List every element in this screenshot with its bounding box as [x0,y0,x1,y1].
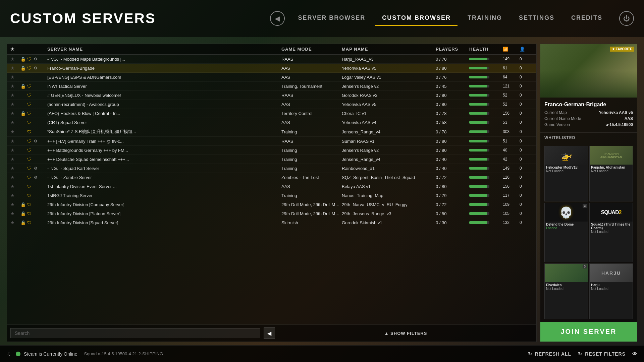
table-row[interactable]: ★ 🛡 1stRGJ Training Server Training Nano… [7,191,536,200]
row-server-name: -=vG.=- Modded Maps Battelgrounds |... [47,57,281,62]
row-map-name: 29th_Jensens_Range_v3 [342,211,436,216]
footer-actions: ↻ REFRESH ALL ↻ RESET FILTERS 👁 [528,351,637,357]
reset-filters-button[interactable]: ↻ RESET FILTERS [578,351,626,357]
table-row[interactable]: ★ 🔒 🛡 !NW! Tactical Server Training, Tou… [7,82,536,91]
steam-status: Steam is Currently Online [16,351,77,357]
row-fav-icon[interactable]: ★ [10,220,20,225]
eye-button[interactable]: 👁 [632,351,637,357]
table-row[interactable]: ★ 🛡 ⚙ -=vG.=- Zombie Server Zombies - Th… [7,173,536,182]
row-fav-icon[interactable]: ★ [10,211,20,216]
row-shield-icon: 🛡 [27,166,34,171]
music-icon[interactable]: ♫ [7,351,11,357]
mod-card[interactable]: HARJU Harju Not Loaded [589,263,633,319]
row-ping: 149 [503,166,520,171]
row-map-name: Gorodok RAAS v3 [342,93,436,98]
table-row[interactable]: ★ 🛡 +++ Deutsche Squad Gemeinschaft +++.… [7,155,536,164]
row-lock-icon: 🔒 [20,84,27,89]
nav-training[interactable]: TRAINING [461,11,509,26]
row-extra-count: 0 [520,157,533,162]
row-extra-count: 0 [520,175,533,180]
mod-status: Not Loaded [545,169,588,174]
power-button[interactable]: ⏻ [619,11,634,26]
table-row[interactable]: ★ 🛡 (admin-recruitment) - Avaloncs.group… [7,100,536,109]
row-server-name: *SunShine* Z.S.R战队[直升机模组.僵尸模组... [47,129,281,135]
row-extra-count: 0 [520,57,533,61]
search-input[interactable] [10,328,260,338]
row-fav-icon[interactable]: ★ [10,193,20,198]
row-health [469,130,503,133]
search-button[interactable]: ◀ [264,327,275,339]
row-game-mode: RAAS [281,57,342,62]
game-version-text: Squad a-15.4.5.19500-4.21.2-SHIPPING [84,351,163,356]
row-fav-icon[interactable]: ★ [10,166,20,171]
row-ping: 64 [503,75,520,79]
table-row[interactable]: ★ 🛡 # GER[ENG]LUX - Newbies welcome! RAA… [7,91,536,100]
row-fav-icon[interactable]: ★ [10,83,20,89]
table-row[interactable]: ★ 🔒 🛡 ⚙ Franco-German-Brigade AAS Yehori… [7,64,536,73]
th-server-name: SERVER NAME [47,47,281,52]
row-game-mode: AAS [281,120,342,125]
mod-card[interactable]: 3 Elvedalen Not Loaded [544,263,588,319]
row-fav-icon[interactable]: ★ [10,202,20,207]
nav-credits[interactable]: CREDITS [565,11,609,26]
row-fav-icon[interactable]: ★ [10,147,20,153]
search-bar: ◀ ▲ SHOW FILTERS [7,324,536,342]
row-game-mode: Training [281,157,342,162]
mod-image-heli: 🚁 [545,146,588,165]
row-clan-icon: ⚙ [34,66,41,70]
show-filters-button[interactable]: ▲ SHOW FILTERS [278,329,533,338]
table-row[interactable]: ★ 🛡 ⚙ -=vG.=- Squad Kart Server Training… [7,164,536,173]
table-row[interactable]: ★ 🛡 ⚙ +++ [FLV] Germany Train +++ @ flv-… [7,137,536,146]
row-shield-icon: 🛡 [27,139,34,144]
mod-card[interactable]: 💀3 Defend the Dome Loaded [544,203,588,262]
row-fav-icon[interactable]: ★ [10,74,20,80]
table-row[interactable]: ★ 🛡 *SunShine* Z.S.R战队[直升机模组.僵尸模组... Tra… [7,127,536,137]
mod-card[interactable]: SQUAD2 SquadZ (Third Times the Charm) No… [589,203,633,262]
row-ping: 52 [503,102,520,107]
nav-settings[interactable]: SETTINGS [512,11,561,26]
row-fav-icon[interactable]: ★ [10,129,20,134]
refresh-all-button[interactable]: ↻ REFRESH ALL [528,351,571,357]
row-lock-icon: 🔒 [20,66,27,71]
row-shield-icon: 🛡 [27,57,34,62]
table-row[interactable]: ★ [ESP/ENG] ESPS & ADNGamers.com AAS Log… [7,73,536,82]
row-health [469,85,503,87]
row-shield-icon: 🛡 [27,220,34,225]
row-fav-icon[interactable]: ★ [10,157,20,162]
row-fav-icon[interactable]: ★ [10,102,20,107]
mod-image-harju: HARJU [590,264,633,282]
row-players: 0 / 40 [436,166,469,171]
mod-card[interactable]: 🚁 Helicopter Mod[V15] Not Loaded [544,146,588,201]
row-game-mode: Skirmish [281,220,342,225]
row-map-name: Nanos_Training_Map [342,193,436,198]
row-extra-count: 0 [520,129,533,134]
row-fav-icon[interactable]: ★ [10,93,20,98]
table-row[interactable]: ★ 🛡 (CRT) Squad Server AAS Yehorivka AAS… [7,118,536,127]
info-value-gamemode: AAS [625,116,633,121]
table-row[interactable]: ★ 🔒 🛡 29th Infantry Division [Platoon Se… [7,209,536,218]
mods-grid: 🚁 Helicopter Mod[V15] Not Loaded PANJSHI… [540,143,637,322]
row-game-mode: Training, Tournament [281,84,342,89]
table-row[interactable]: ★ 🛡 1st Infantry Division Event Server .… [7,182,536,191]
row-map-name: Gorodok Skirmish v1 [342,220,436,225]
nav-server-browser[interactable]: SERVER BROWSER [291,11,372,26]
mod-card[interactable]: PANJSHIRAFGHANISTAN Panjshir, Afghanista… [589,146,633,201]
row-fav-icon[interactable]: ★ [10,184,20,189]
join-server-button[interactable]: JOIN SERVER [540,322,637,342]
table-row[interactable]: ★ 🔒 🛡 ⚙ -=vG.=- Modded Maps Battelground… [7,55,536,64]
row-ping: 53 [503,120,520,125]
row-fav-icon[interactable]: ★ [10,138,20,144]
nav-back-button[interactable]: ◀ [270,11,285,26]
table-row[interactable]: ★ 🛡 +++ Battlegrounds Germany +++ by FM.… [7,146,536,155]
table-row[interactable]: ★ 🔒 🛡 29th Infantry Division [Company Se… [7,200,536,209]
row-fav-icon[interactable]: ★ [10,65,20,71]
row-fav-icon[interactable]: ★ [10,175,20,180]
table-row[interactable]: ★ 🔒 🛡 (AFO) Hookers & Blow | Central - I… [7,109,536,118]
nav-custom-browser[interactable]: CUSTOM BROWSER [375,11,458,26]
row-ping: 61 [503,66,520,70]
row-shield-icon: 🛡 [27,175,34,180]
row-fav-icon[interactable]: ★ [10,120,20,125]
row-fav-icon[interactable]: ★ [10,111,20,116]
table-row[interactable]: ★ 🔒 🛡 29th Infantry Division [Squad Serv… [7,218,536,227]
row-fav-icon[interactable]: ★ [10,56,20,62]
